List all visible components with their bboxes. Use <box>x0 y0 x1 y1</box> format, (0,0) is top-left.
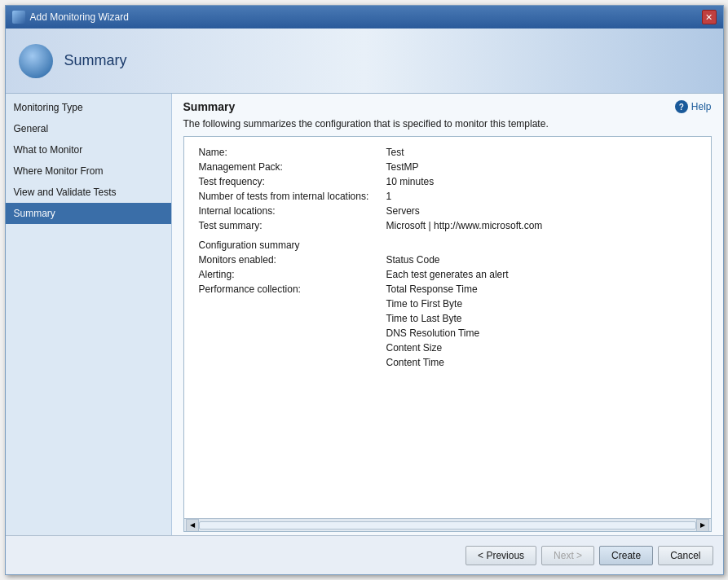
summary-value: Total Response Time <box>383 282 699 297</box>
summary-box-container: Name:TestManagement Pack:TestMPTest freq… <box>172 136 723 535</box>
summary-value: TestMP <box>383 160 699 174</box>
sidebar-item-general[interactable]: General <box>6 118 171 139</box>
create-button[interactable]: Create <box>599 546 653 565</box>
summary-label <box>196 355 383 370</box>
summary-label <box>196 311 383 326</box>
scroll-left-arrow[interactable]: ◀ <box>186 519 199 532</box>
summary-value: Test <box>383 145 699 160</box>
wizard-icon <box>19 44 53 78</box>
summary-value: Content Size <box>383 341 699 355</box>
header-area: Summary <box>6 29 723 94</box>
sidebar-item-where-monitor-from[interactable]: Where Monitor From <box>6 160 171 182</box>
sidebar-item-what-to-monitor[interactable]: What to Monitor <box>6 139 171 160</box>
summary-value: Each test generates an alert <box>383 267 699 282</box>
summary-label: Name: <box>196 145 383 160</box>
summary-value: Time to Last Byte <box>383 311 699 326</box>
main-window: Add Monitoring Wizard ✕ Summary Monitori… <box>5 5 724 575</box>
summary-value: Microsoft | http://www.microsoft.com <box>383 218 699 233</box>
window-title: Add Monitoring Wizard <box>30 11 129 23</box>
horizontal-scrollbar: ◀ ▶ <box>184 518 711 531</box>
scroll-right-arrow[interactable]: ▶ <box>696 519 709 532</box>
content-area: Monitoring TypeGeneralWhat to MonitorWhe… <box>6 94 723 535</box>
summary-value: 10 minutes <box>383 174 699 189</box>
summary-label: Test frequency: <box>196 174 383 189</box>
sidebar: Monitoring TypeGeneralWhat to MonitorWhe… <box>6 94 172 535</box>
main-panel-title: Summary <box>183 100 236 113</box>
sidebar-item-view-validate-tests[interactable]: View and Validate Tests <box>6 182 171 203</box>
summary-content[interactable]: Name:TestManagement Pack:TestMPTest freq… <box>184 137 711 518</box>
help-label: Help <box>691 101 712 112</box>
summary-label: Internal locations: <box>196 204 383 218</box>
description-text: The following summarizes the configurati… <box>172 118 723 136</box>
summary-label: Alerting: <box>196 267 383 282</box>
title-bar-left: Add Monitoring Wizard <box>12 11 129 24</box>
sidebar-item-summary[interactable]: Summary <box>6 203 171 224</box>
summary-label <box>196 326 383 341</box>
scrollbar-track[interactable] <box>199 521 696 529</box>
title-bar: Add Monitoring Wizard ✕ <box>6 6 723 29</box>
previous-button[interactable]: < Previous <box>465 546 536 565</box>
window-icon <box>12 11 25 24</box>
summary-value: Content Time <box>383 355 699 370</box>
summary-label: Management Pack: <box>196 160 383 174</box>
summary-label: Performance collection: <box>196 282 383 297</box>
summary-value: DNS Resolution Time <box>383 326 699 341</box>
main-panel: Summary ? Help The following summarizes … <box>172 94 723 535</box>
help-icon: ? <box>675 100 688 113</box>
summary-value: Servers <box>383 204 699 218</box>
summary-value: Status Code <box>383 253 699 267</box>
summary-label <box>196 341 383 355</box>
footer: < Previous Next > Create Cancel <box>6 535 723 574</box>
cancel-button[interactable]: Cancel <box>658 546 713 565</box>
summary-label: Test summary: <box>196 218 383 233</box>
summary-label: Monitors enabled: <box>196 253 383 267</box>
next-button[interactable]: Next > <box>541 546 594 565</box>
summary-table: Name:TestManagement Pack:TestMPTest freq… <box>196 145 699 370</box>
close-button[interactable]: ✕ <box>702 10 717 24</box>
summary-label <box>196 297 383 311</box>
summary-value <box>383 233 699 253</box>
summary-box: Name:TestManagement Pack:TestMPTest freq… <box>183 136 712 532</box>
sidebar-item-monitoring-type[interactable]: Monitoring Type <box>6 97 171 118</box>
summary-label: Configuration summary <box>196 233 383 253</box>
header-title: Summary <box>64 52 127 69</box>
summary-label: Number of tests from internal locations: <box>196 189 383 204</box>
help-link[interactable]: ? Help <box>675 100 712 113</box>
summary-value: Time to First Byte <box>383 297 699 311</box>
summary-value: 1 <box>383 189 699 204</box>
main-header: Summary ? Help <box>172 94 723 118</box>
